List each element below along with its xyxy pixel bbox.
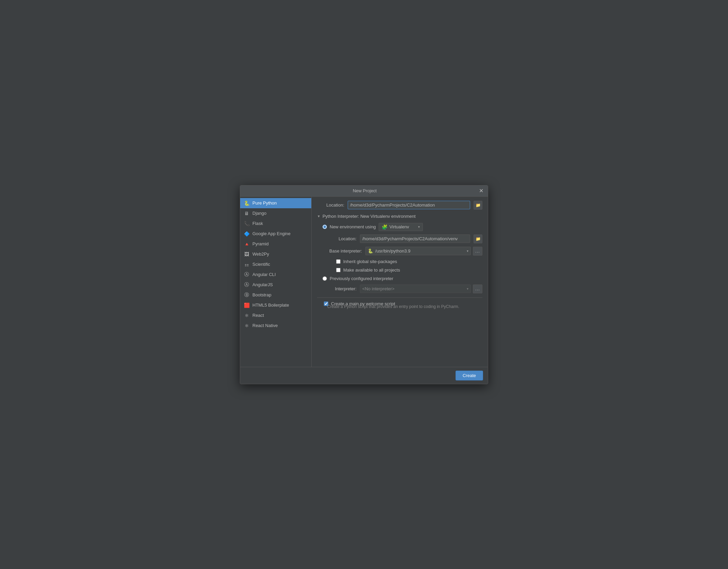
sidebar-item-label: React Native [252,323,278,328]
interpreter-section-header[interactable]: ▼ Python Interpreter: New Virtualenv env… [317,214,482,219]
venv-location-row: Location: 📁 [329,234,482,243]
available-label: Make available to all projects [343,267,400,273]
sidebar-item-web2py[interactable]: 🖼 Web2Py [240,249,311,259]
prev-configured-radio[interactable] [322,276,327,281]
new-env-radio[interactable] [322,225,327,229]
collapse-arrow-icon: ▼ [317,214,320,218]
sidebar-item-label: Bootstrap [252,292,271,297]
main-content: Location: 📁 ▼ Python Interpreter: New Vi… [312,197,488,367]
dialog-footer: Create [240,367,488,384]
available-checkbox-row: Make available to all projects [329,267,482,273]
sidebar-item-pyramid[interactable]: 🔺 Pyramid [240,239,311,249]
dropdown-arrow-icon: ▾ [418,225,420,229]
sidebar-item-label: Angular CLI [252,272,276,277]
interpreter-label: Interpreter: [329,286,357,291]
prev-configured-row: Previously configured interpreter [322,276,482,281]
sidebar-item-label: Flask [252,221,263,226]
angular-cli-icon: Ⓐ [244,272,250,278]
sidebar-item-scientific[interactable]: ⚏ Scientific [240,259,311,270]
new-env-options: Location: 📁 Base interpreter: 🐍 /usr/bi [322,234,482,273]
base-interpreter-row: Base interpreter: 🐍 /usr/bin/python3.9 ▾… [329,247,482,256]
sidebar-item-angularjs[interactable]: Ⓐ AngularJS [240,280,311,290]
venv-location-input[interactable] [360,234,470,243]
venv-location-label: Location: [329,236,357,241]
title-bar: New Project ✕ [240,185,488,197]
location-row: Location: 📁 [317,201,482,210]
sidebar-item-google-app-engine[interactable]: 🔷 Google App Engine [240,229,311,239]
folder-icon: 📁 [476,203,481,208]
sidebar-item-react-native[interactable]: ⚛ React Native [240,321,311,331]
interpreter-select-arrow-icon: ▾ [467,287,468,291]
sidebar-item-django[interactable]: 🖥 Django [240,208,311,218]
angularjs-icon: Ⓐ [244,282,250,288]
no-interpreter-value: <No interpreter> [362,286,465,291]
sidebar-item-bootstrap[interactable]: Ⓑ Bootstrap [240,290,311,300]
sidebar: 🐍 Pure Python 🖥 Django 📞 Flask 🔷 Google … [240,197,312,367]
sidebar-item-flask[interactable]: 📞 Flask [240,218,311,229]
dialog-body: 🐍 Pure Python 🖥 Django 📞 Flask 🔷 Google … [240,197,488,367]
python-icon: 🐍 [368,248,373,254]
interpreter-more-button[interactable]: ... [473,284,482,293]
env-type-dropdown[interactable]: 🧩 Virtualenv ▾ [379,223,423,231]
sidebar-item-label: HTML5 Boilerplate [252,303,289,308]
venv-location-browse-button[interactable]: 📁 [474,234,482,243]
location-browse-button[interactable]: 📁 [474,201,482,210]
welcome-section: Create a main.py welcome script Create a… [317,297,482,309]
sidebar-item-label: Pyramid [252,241,269,246]
sidebar-item-react[interactable]: ⚛ React [240,310,311,321]
sidebar-item-label: Web2Py [252,251,269,257]
inherit-label: Inherit global site-packages [343,259,397,264]
virtualenv-icon: 🧩 [382,224,387,230]
html5-boilerplate-icon: 🟥 [244,302,250,308]
flask-icon: 📞 [244,221,250,227]
location-label: Location: [317,202,344,208]
django-icon: 🖥 [244,210,250,216]
pure-python-icon: 🐍 [244,200,250,206]
dialog-title: New Project [251,188,478,193]
base-interpreter-more-button[interactable]: ... [473,247,482,256]
interpreter-select[interactable]: <No interpreter> ▾ [360,284,471,293]
react-native-icon: ⚛ [244,323,250,329]
sidebar-item-label: Pure Python [252,200,277,206]
inherit-checkbox[interactable] [336,259,341,264]
base-interpreter-value: /usr/bin/python3.9 [375,248,465,254]
interpreter-section-content: New environment using 🧩 Virtualenv ▾ Loc… [317,223,482,293]
welcome-script-note: Create a Python script that provides an … [317,304,482,309]
section-title: Python Interpreter: New Virtualenv envir… [322,214,416,219]
new-project-dialog: New Project ✕ 🐍 Pure Python 🖥 Django 📞 F… [240,185,488,384]
sidebar-item-label: Django [252,211,266,216]
inherit-checkbox-row: Inherit global site-packages [329,259,482,264]
sidebar-item-label: React [252,313,264,318]
bootstrap-icon: Ⓑ [244,292,250,298]
sidebar-item-label: AngularJS [252,282,273,287]
scientific-icon: ⚏ [244,261,250,267]
env-type-text: Virtualenv [390,224,416,229]
pyramid-icon: 🔺 [244,241,250,247]
sidebar-item-label: Google App Engine [252,231,291,236]
folder-icon-2: 📁 [476,237,481,241]
prev-configured-label: Previously configured interpreter [330,276,393,281]
prev-interpreter-options: Interpreter: <No interpreter> ▾ ... [322,284,482,293]
base-interpreter-select[interactable]: 🐍 /usr/bin/python3.9 ▾ [365,247,471,255]
sidebar-item-pure-python[interactable]: 🐍 Pure Python [240,198,311,208]
sidebar-item-html5-boilerplate[interactable]: 🟥 HTML5 Boilerplate [240,300,311,310]
base-interpreter-label: Base interpreter: [329,248,362,254]
web2py-icon: 🖼 [244,251,250,257]
react-icon: ⚛ [244,312,250,319]
sidebar-item-angular-cli[interactable]: Ⓐ Angular CLI [240,270,311,280]
new-env-label: New environment using [330,224,376,229]
sidebar-item-label: Scientific [252,262,270,267]
interpreter-row: Interpreter: <No interpreter> ▾ ... [329,284,482,293]
new-env-row: New environment using 🧩 Virtualenv ▾ [322,223,482,231]
google-app-engine-icon: 🔷 [244,231,250,237]
create-button[interactable]: Create [456,371,483,380]
location-input[interactable] [348,201,470,209]
close-button[interactable]: ✕ [478,188,484,194]
available-checkbox[interactable] [336,268,341,272]
select-arrow-icon: ▾ [467,249,468,253]
